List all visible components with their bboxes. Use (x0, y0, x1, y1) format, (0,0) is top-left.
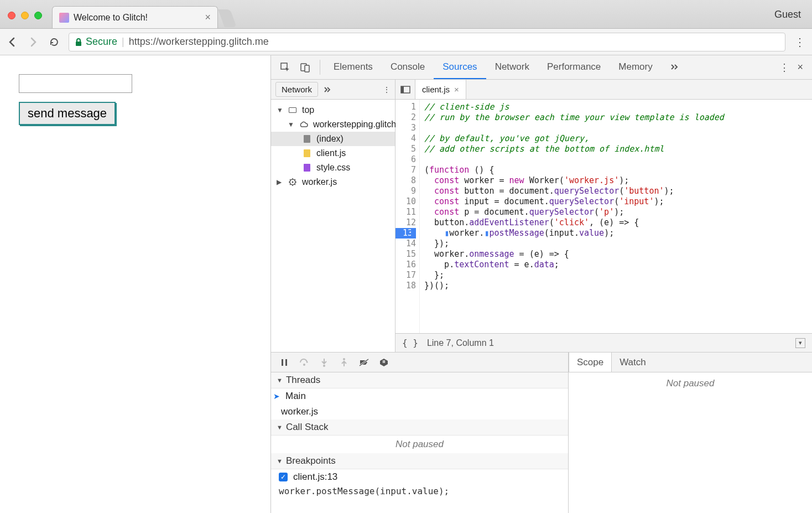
cloud-icon (299, 120, 309, 129)
breakpoints-section-header[interactable]: ▼ Breakpoints (271, 453, 568, 469)
send-message-button[interactable]: send message (19, 102, 116, 125)
tab-elements[interactable]: Elements (325, 55, 382, 79)
tab-network[interactable]: Network (486, 55, 538, 79)
tree-label: client.js (316, 148, 346, 158)
tab-close-button[interactable]: × (205, 12, 211, 23)
tab-performance[interactable]: Performance (538, 55, 610, 79)
chevron-double-right-icon (324, 87, 331, 92)
triangle-down-icon: ▼ (277, 377, 283, 384)
code-area[interactable]: 123456789101112131415161718 // client-si… (395, 100, 812, 333)
callstack-section-header[interactable]: ▼ Call Stack (271, 419, 568, 436)
toggle-navigator-button[interactable] (395, 80, 415, 99)
breakpoint-checkbox[interactable]: ✓ (279, 473, 288, 481)
pause-on-exceptions-button[interactable] (378, 357, 389, 368)
tree-label: style.css (316, 163, 350, 173)
tab-console[interactable]: Console (382, 55, 434, 79)
svg-rect-14 (384, 360, 386, 363)
devtools-menu-button[interactable]: ⋮ (779, 61, 789, 74)
browser-tab[interactable]: Welcome to Glitch! × (52, 6, 218, 28)
navigator-overflow-button[interactable] (324, 87, 331, 92)
triangle-down-icon: ▼ (277, 424, 283, 431)
section-label: Call Stack (286, 422, 329, 433)
navigator-menu-button[interactable]: ⋮ (383, 85, 391, 94)
window-maximize-button[interactable] (34, 12, 42, 19)
tab-title: Welcome to Glitch! (74, 13, 148, 23)
page-content: send message (0, 55, 271, 513)
section-label: Threads (286, 375, 320, 386)
editor-tab-label: client.js (422, 85, 450, 94)
source-editor: client.js × 123456789101112131415161718 … (395, 80, 812, 352)
message-input[interactable] (19, 74, 132, 93)
debugger-toolbar (271, 353, 568, 372)
devtools-tab-bar: Elements Console Sources Network Perform… (271, 55, 812, 80)
tree-file-clientjs[interactable]: client.js (271, 146, 395, 160)
watch-tab[interactable]: Watch (612, 353, 654, 372)
editor-status-bar: { } Line 7, Column 1 ▾ (395, 333, 812, 352)
window-minimize-button[interactable] (21, 12, 29, 19)
pretty-print-button[interactable]: { } (402, 338, 418, 348)
pause-button[interactable] (279, 357, 290, 368)
svg-rect-9 (285, 359, 287, 366)
code-content[interactable]: // client-side js// run by the browser e… (420, 100, 812, 333)
browser-nav-bar: Secure | https://workerstepping.glitch.m… (0, 29, 812, 55)
breakpoint-item[interactable]: ✓ client.js:13 (271, 469, 568, 485)
step-over-button[interactable] (299, 357, 310, 368)
new-tab-button[interactable] (218, 9, 237, 27)
back-button[interactable] (6, 35, 19, 49)
svg-rect-7 (401, 86, 404, 93)
navigator-mode-tab[interactable]: Network (275, 82, 318, 97)
tab-memory[interactable]: Memory (610, 55, 661, 79)
callstack-empty-text: Not paused (271, 436, 568, 453)
tree-node-top[interactable]: ▼ top (271, 103, 395, 117)
gear-icon (288, 177, 298, 187)
tree-node-domain[interactable]: ▼ workerstepping.glitch (271, 117, 395, 132)
scope-tab[interactable]: Scope (569, 353, 612, 372)
debugger-right-pane: Scope Watch Not paused (569, 353, 812, 513)
editor-tab-close-button[interactable]: × (454, 85, 459, 94)
editor-tab-clientjs[interactable]: client.js × (415, 80, 466, 99)
svg-point-11 (323, 365, 325, 367)
window-close-button[interactable] (8, 12, 15, 19)
reload-button[interactable] (48, 35, 61, 49)
breakpoint-code-preview: worker.postMessage(input.value); (271, 485, 568, 499)
editor-tab-bar: client.js × (395, 80, 812, 100)
debugger-left-pane: ▼ Threads Main worker.js ▼ Call Stack No… (271, 353, 569, 513)
address-bar[interactable]: Secure | https://workerstepping.glitch.m… (69, 33, 785, 51)
window-controls (0, 12, 50, 28)
tab-sources[interactable]: Sources (434, 55, 486, 79)
thread-worker[interactable]: worker.js (271, 404, 568, 419)
tree-label: top (302, 105, 314, 115)
scope-watch-tabs: Scope Watch (569, 353, 812, 372)
step-out-button[interactable] (339, 357, 350, 368)
section-label: Breakpoints (286, 455, 336, 467)
forward-button[interactable] (27, 35, 40, 49)
line-gutter[interactable]: 123456789101112131415161718 (395, 100, 420, 333)
deactivate-breakpoints-button[interactable] (358, 357, 369, 368)
url-separator: | (122, 36, 124, 48)
tab-overflow-button[interactable] (662, 55, 688, 79)
tree-file-stylecss[interactable]: style.css (271, 160, 395, 175)
step-into-button[interactable] (319, 357, 330, 368)
threads-section-header[interactable]: ▼ Threads (271, 372, 568, 388)
browser-menu-button[interactable]: ⋮ (793, 35, 806, 49)
tree-file-index[interactable]: (index) (271, 132, 395, 146)
svg-rect-0 (76, 42, 81, 46)
tree-node-worker[interactable]: ▶ worker.js (271, 175, 395, 189)
frame-icon (288, 105, 298, 115)
show-console-button[interactable]: ▾ (795, 338, 805, 348)
svg-rect-8 (282, 359, 283, 366)
inspect-element-button[interactable] (275, 55, 295, 79)
profile-label[interactable]: Guest (774, 9, 812, 28)
favicon-icon (59, 13, 69, 23)
svg-point-5 (292, 182, 294, 183)
devtools-close-button[interactable]: × (797, 61, 803, 73)
thread-main[interactable]: Main (271, 388, 568, 404)
devtools-panel: Elements Console Sources Network Perform… (271, 55, 812, 513)
file-tree: ▼ top ▼ workerstepping.glitch (271, 100, 395, 352)
tree-label: (index) (316, 134, 343, 144)
device-toolbar-button[interactable] (295, 55, 315, 79)
url-text: https://workerstepping.glitch.me (129, 36, 269, 48)
browser-tab-bar: Welcome to Glitch! × Guest (0, 0, 812, 29)
secure-indicator: Secure (75, 36, 117, 48)
navigator-header: Network ⋮ (271, 80, 395, 100)
